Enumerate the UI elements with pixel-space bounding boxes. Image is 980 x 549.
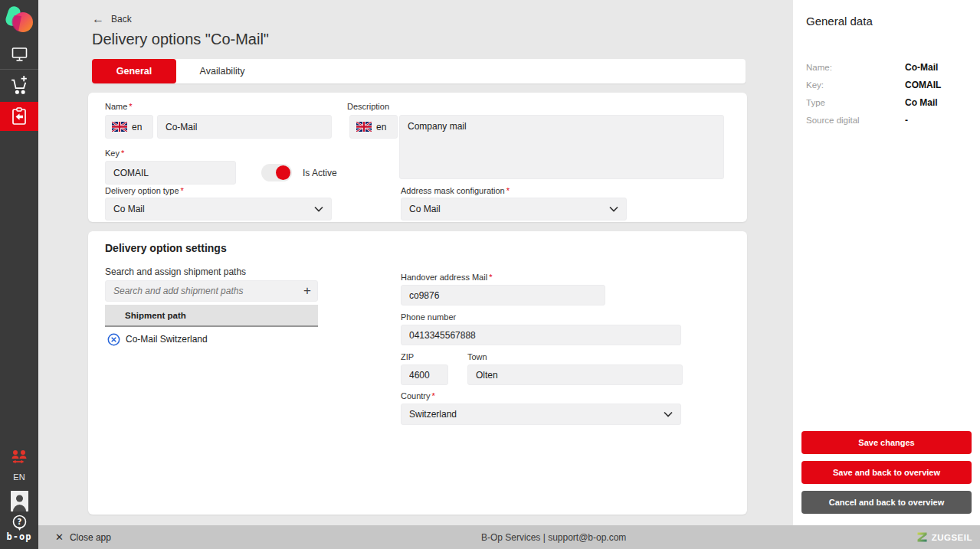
is-active-toggle[interactable] <box>261 164 292 181</box>
shipment-path-search-input[interactable] <box>106 286 297 296</box>
zugseil-logo: ZUGSEIL <box>916 525 972 549</box>
sidebar-item-monitor[interactable] <box>0 42 38 67</box>
phone-number-input[interactable] <box>401 325 681 345</box>
general-form-card: Name* en Key* Is Active Delivery option … <box>88 93 747 222</box>
close-app-label: Close app <box>70 532 111 543</box>
summary-panel: General data Name: Co-Mail Key: COMAIL T… <box>793 0 980 525</box>
address-mask-select[interactable]: Co Mail <box>401 198 627 221</box>
summary-row-type: Type Co Mail <box>806 93 969 111</box>
help-icon: ? <box>11 515 28 532</box>
name-input[interactable] <box>157 115 332 139</box>
town-input[interactable] <box>467 364 683 385</box>
country-label: Country* <box>401 391 435 400</box>
zip-label: ZIP <box>401 352 414 361</box>
save-changes-button[interactable]: Save changes <box>801 431 972 454</box>
tab-bar: General Availability <box>92 59 746 83</box>
zip-input[interactable] <box>401 364 448 385</box>
cart-plus-icon <box>9 74 30 97</box>
summary-row-name: Name: Co-Mail <box>806 58 969 76</box>
summary-rows: Name: Co-Mail Key: COMAIL Type Co Mail S… <box>806 58 969 129</box>
country-select[interactable]: Switzerland <box>401 404 681 425</box>
sidebar-item-shop[interactable] <box>0 72 38 100</box>
sidebar-item-delivery-options-active[interactable] <box>0 102 38 131</box>
avatar-icon <box>11 491 28 511</box>
description-language-selector[interactable]: en <box>349 115 398 139</box>
tab-availability[interactable]: Availability <box>180 59 264 83</box>
phone-number-label: Phone number <box>401 312 456 322</box>
address-mask-label: Address mask configuration* <box>401 186 510 195</box>
app-logo-icon <box>5 5 34 37</box>
shipment-path-row: Co-Mail Switzerland <box>105 328 318 350</box>
shipment-path-search: + <box>105 280 318 302</box>
zugseil-z-icon <box>916 531 928 543</box>
bop-logo: b-op <box>0 531 38 542</box>
clipboard-arrow-icon <box>10 106 28 127</box>
delivery-option-type-select[interactable]: Co Mail <box>105 198 332 221</box>
close-icon: ✕ <box>55 531 64 543</box>
settings-card: Delivery option settings Search and assi… <box>88 231 747 515</box>
monitor-icon <box>10 45 29 64</box>
add-shipment-path-button[interactable]: + <box>297 281 317 301</box>
chevron-down-icon <box>314 206 323 212</box>
plus-icon: + <box>303 283 311 298</box>
shipment-path-name: Co-Mail Switzerland <box>126 334 208 345</box>
back-label: Back <box>111 14 132 25</box>
back-button[interactable]: ← Back <box>92 13 132 25</box>
sidebar-divider <box>0 69 38 70</box>
settings-card-title: Delivery option settings <box>105 242 227 254</box>
handover-address-label: Handover address Mail* <box>401 273 492 282</box>
name-language-selector[interactable]: en <box>105 115 153 139</box>
main-content: ← Back Delivery options "Co-Mail" Genera… <box>38 0 793 525</box>
description-lang-code: en <box>376 122 386 132</box>
is-active-label: Is Active <box>303 168 337 178</box>
handover-address-input[interactable] <box>401 285 605 306</box>
description-label: Description <box>347 102 389 111</box>
toggle-knob <box>276 165 290 180</box>
page-title: Delivery options "Co-Mail" <box>92 31 269 48</box>
zugseil-label: ZUGSEIL <box>932 533 972 542</box>
cancel-and-back-button[interactable]: Cancel and back to overview <box>801 491 972 514</box>
user-avatar[interactable] <box>0 490 38 511</box>
sidebar: EN ? b-op <box>0 0 38 549</box>
language-selector[interactable]: EN <box>0 472 38 482</box>
help-button[interactable]: ? <box>0 514 38 532</box>
svg-text:?: ? <box>17 518 21 526</box>
footer-support-text: B-Op Services | support@b-op.com <box>481 525 626 549</box>
town-label: Town <box>467 352 487 361</box>
key-input[interactable] <box>105 161 236 185</box>
chevron-down-icon <box>664 411 673 417</box>
delivery-option-type-label: Delivery option type* <box>105 186 184 195</box>
people-exchange-icon <box>8 449 30 466</box>
summary-row-key: Key: COMAIL <box>806 76 969 93</box>
save-and-back-button[interactable]: Save and back to overview <box>801 461 972 484</box>
shipment-path-table-header: Shipment path <box>105 305 318 327</box>
summary-row-source-digital: Source digital - <box>806 111 969 129</box>
name-label: Name* <box>105 102 133 111</box>
description-textarea[interactable]: Company mail <box>399 115 724 179</box>
name-lang-code: en <box>132 122 142 132</box>
back-arrow-icon: ← <box>92 13 104 25</box>
summary-title: General data <box>806 15 873 28</box>
close-app-button[interactable]: ✕ Close app <box>55 525 111 549</box>
uk-flag-icon <box>356 122 372 132</box>
key-label: Key* <box>105 149 124 158</box>
assign-shipment-paths-label: Search and assign shipment paths <box>105 266 246 277</box>
remove-shipment-path-icon[interactable] <box>107 333 120 346</box>
tab-general[interactable]: General <box>92 59 176 83</box>
uk-flag-icon <box>112 122 127 132</box>
chevron-down-icon <box>609 206 618 212</box>
footer-bar: ✕ Close app B-Op Services | support@b-op… <box>38 525 980 549</box>
sidebar-item-community[interactable] <box>0 448 38 466</box>
